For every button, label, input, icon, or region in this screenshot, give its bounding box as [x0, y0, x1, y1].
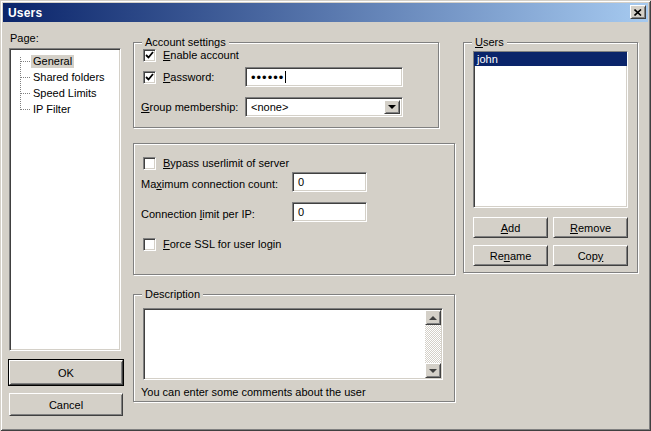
max-connection-label: Maximum connection count: — [141, 178, 278, 191]
checkmark-icon — [145, 51, 154, 60]
add-user-button[interactable]: Add — [473, 217, 548, 238]
description-textarea[interactable] — [143, 308, 443, 380]
tree-connector — [20, 61, 30, 62]
password-checkbox[interactable] — [143, 71, 156, 84]
account-settings-title: Account settings — [142, 35, 229, 49]
page-label: Page: — [10, 32, 39, 45]
enable-account-checkbox[interactable] — [143, 49, 156, 62]
ok-button[interactable]: OK — [9, 360, 123, 385]
page-tree[interactable]: General Shared folders Speed Limits IP F… — [9, 48, 121, 351]
page-item-label: Shared folders — [31, 71, 107, 84]
bypass-userlimit-label[interactable]: Bypass userlimit of server — [163, 157, 289, 170]
page-item-shared-folders[interactable]: Shared folders — [20, 70, 107, 84]
scroll-down-button[interactable] — [425, 363, 441, 378]
scroll-up-button[interactable] — [425, 310, 441, 325]
page-item-general[interactable]: General — [20, 54, 74, 68]
dropdown-button[interactable] — [384, 100, 400, 114]
group-membership-label: Group membership: — [141, 101, 238, 114]
close-icon — [634, 9, 642, 16]
bypass-userlimit-checkbox[interactable] — [143, 157, 156, 170]
tree-connector — [20, 77, 30, 78]
password-label[interactable]: Password: — [163, 71, 214, 84]
enable-account-label[interactable]: Enable account — [163, 49, 239, 62]
user-list-item[interactable]: john — [474, 52, 627, 66]
window-title: Users — [8, 6, 42, 20]
password-input[interactable]: •••••• — [245, 67, 403, 87]
tree-connector — [20, 109, 30, 110]
force-ssl-label[interactable]: Force SSL for user login — [163, 238, 281, 251]
page-item-label: IP Filter — [31, 103, 73, 116]
title-bar[interactable]: Users — [3, 3, 648, 22]
description-hint: You can enter some comments about the us… — [141, 386, 366, 399]
text-caret — [285, 71, 286, 83]
users-list[interactable]: john — [473, 51, 628, 208]
max-connection-input[interactable]: 0 — [292, 172, 367, 192]
users-group-title: Users — [472, 35, 507, 49]
group-membership-value: <none> — [251, 101, 288, 113]
page-item-ip-filter[interactable]: IP Filter — [20, 102, 73, 116]
description-title: Description — [142, 287, 203, 301]
cancel-button[interactable]: Cancel — [9, 393, 123, 416]
description-scrollbar[interactable] — [425, 310, 441, 378]
page-item-speed-limits[interactable]: Speed Limits — [20, 86, 99, 100]
page-item-label: Speed Limits — [31, 87, 99, 100]
page-item-label: General — [31, 55, 74, 68]
force-ssl-checkbox[interactable] — [143, 238, 156, 251]
user-name: john — [477, 53, 498, 65]
users-dialog: Users Page: General Shared folders Speed… — [0, 0, 651, 431]
max-connection-value: 0 — [298, 176, 304, 188]
arrow-down-icon — [429, 369, 437, 373]
arrow-up-icon — [429, 316, 437, 320]
chevron-down-icon — [388, 105, 396, 109]
remove-user-button[interactable]: Remove — [553, 217, 628, 238]
checkmark-icon — [145, 73, 154, 82]
rename-user-button[interactable]: Rename — [473, 245, 548, 266]
group-membership-combobox[interactable]: <none> — [245, 97, 403, 117]
tree-connector — [20, 93, 30, 94]
copy-user-button[interactable]: Copy — [553, 245, 628, 266]
ip-limit-input[interactable]: 0 — [292, 202, 367, 222]
close-button[interactable] — [630, 5, 646, 19]
ip-limit-value: 0 — [298, 206, 304, 218]
password-masked-value: •••••• — [251, 71, 284, 84]
ip-limit-label: Connection limit per IP: — [141, 208, 255, 221]
